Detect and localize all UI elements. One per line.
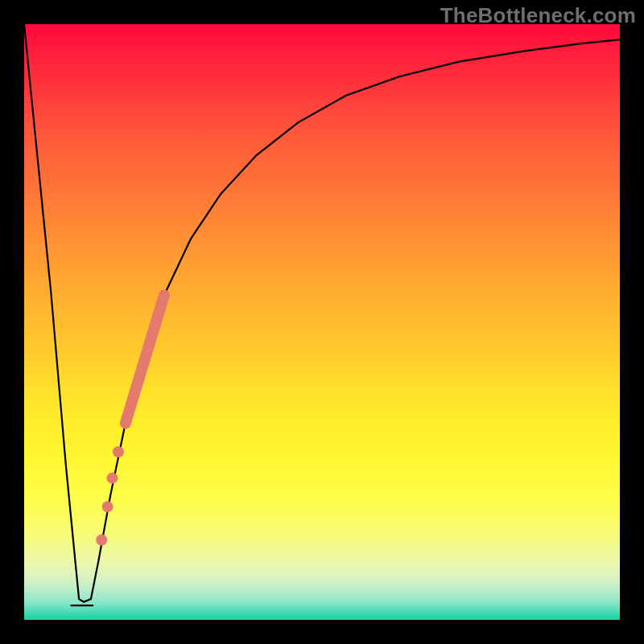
marker-thick-segment	[126, 295, 164, 423]
marker-dot	[102, 501, 114, 512]
watermark-text: TheBottleneck.com	[440, 3, 636, 28]
curve-layer	[24, 24, 620, 620]
marker-dot	[107, 473, 118, 484]
marker-dot	[96, 535, 107, 546]
curve-path	[24, 24, 620, 602]
marker-dot	[113, 446, 124, 457]
curve-markers	[96, 295, 164, 546]
chart-stage: TheBottleneck.com	[0, 0, 644, 644]
bottleneck-curve	[24, 24, 620, 605]
